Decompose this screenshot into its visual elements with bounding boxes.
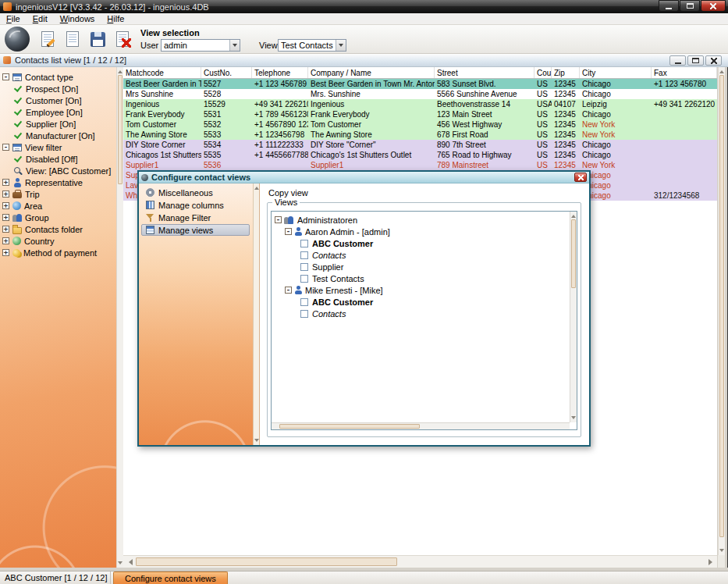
table-row[interactable]: DIY Store Corner 5534 +1 111222333 DIY S… <box>123 140 717 150</box>
views-tree-row[interactable]: ABC Customer <box>274 296 567 308</box>
tree-expander-icon[interactable]: + <box>2 202 9 209</box>
titlebar[interactable]: ingeniousV12 [V3.3.42 - 26.03.12] - inge… <box>0 0 728 13</box>
scroll-left-icon[interactable] <box>123 556 134 568</box>
scroll-down-icon[interactable] <box>254 437 259 445</box>
table-vertical-scrollbar[interactable] <box>718 67 725 555</box>
table-horizontal-scrollbar[interactable] <box>123 555 717 568</box>
views-tree-row[interactable]: ABC Customer <box>274 237 567 249</box>
scrollbar-thumb[interactable] <box>136 557 397 566</box>
tree-expander-icon[interactable]: - <box>285 287 292 294</box>
menu-windows[interactable]: Windows <box>54 13 101 24</box>
table-row[interactable]: Mrs Sunshine 5528 Mrs. Sunshine 5566 Sun… <box>123 89 717 99</box>
column-header-custno[interactable]: CustNo. <box>201 67 252 78</box>
scroll-up-icon[interactable] <box>719 67 725 75</box>
column-header-company[interactable]: Company / Name <box>308 67 435 78</box>
views-tree-row[interactable]: - Administratoren <box>274 214 567 226</box>
views-tree-row[interactable]: - Aaron Admin - [admin] <box>274 226 567 237</box>
sidebar-tree-item[interactable]: + Area <box>0 200 116 212</box>
scrollbar-thumb[interactable] <box>571 219 576 288</box>
sidebar-tree-item[interactable]: + Group <box>0 212 116 223</box>
menu-edit[interactable]: Edit <box>27 13 54 24</box>
blank-record-button[interactable] <box>62 27 83 51</box>
menu-manage-filter[interactable]: Manage Filter <box>141 212 250 223</box>
task-tab-configure-views[interactable]: Configure contact views <box>113 572 228 584</box>
tree-expander-icon[interactable]: + <box>2 214 9 221</box>
column-header-country[interactable]: Coun <box>534 67 552 78</box>
scrollbar-thumb[interactable] <box>719 75 724 537</box>
sidebar-tree-item[interactable]: Disabled [Off] <box>0 153 116 165</box>
table-row[interactable]: Chicagos 1st Shutters Outlet 5535 +1 445… <box>123 150 717 160</box>
dialog-close-button[interactable] <box>574 173 587 182</box>
minimize-button[interactable] <box>659 0 679 12</box>
new-record-button[interactable] <box>37 27 58 51</box>
maximize-button[interactable] <box>680 0 700 12</box>
scrollbar-thumb[interactable] <box>118 75 123 184</box>
views-tree-row[interactable]: - Mike Ernesti - [Mike] <box>274 284 567 296</box>
menu-miscellaneous[interactable]: Miscellaneous <box>141 187 250 198</box>
scroll-up-icon[interactable] <box>117 67 123 75</box>
tree-expander-icon[interactable]: + <box>2 191 9 198</box>
tree-expander-icon[interactable]: + <box>2 226 9 233</box>
sidebar-tree-item[interactable]: Customer [On] <box>0 94 116 106</box>
sidebar-tree-item[interactable]: Supplier [On] <box>0 118 116 130</box>
view-checkbox[interactable] <box>300 298 308 306</box>
sidebar-tree-item[interactable]: + Contacts folder <box>0 223 116 235</box>
view-checkbox[interactable] <box>300 251 308 259</box>
column-header-zip[interactable]: Zip <box>552 67 580 78</box>
column-header-city[interactable]: City <box>580 67 652 78</box>
sidebar-tree-item[interactable]: + Representative <box>0 176 116 188</box>
menu-file[interactable]: File <box>0 13 27 24</box>
column-header-street[interactable]: Street <box>435 67 534 78</box>
table-row[interactable]: Frank Everybody 5531 +1 789 4561230 Fran… <box>123 109 717 119</box>
close-button[interactable] <box>701 0 726 12</box>
table-row[interactable]: Tom Customer 5532 +1 4567890 123 Tom Cus… <box>123 119 717 130</box>
dialog-titlebar[interactable]: Configure contact views <box>139 172 589 183</box>
views-vertical-scrollbar[interactable] <box>570 212 577 422</box>
scroll-down-icon[interactable] <box>570 415 577 422</box>
menu-manage-columns[interactable]: Manage columns <box>141 199 250 211</box>
sidebar-tree-item[interactable]: Employee [On] <box>0 106 116 118</box>
child-close-button[interactable] <box>705 55 722 66</box>
delete-button[interactable] <box>112 27 133 51</box>
menu-hilfe[interactable]: Hilfe <box>101 13 130 24</box>
sidebar-tree-item[interactable]: - View filter <box>0 141 116 153</box>
view-checkbox[interactable] <box>300 240 308 247</box>
views-tree-row[interactable]: Contacts <box>274 308 567 319</box>
column-header-telephone[interactable]: Telephone <box>252 67 308 78</box>
view-dropdown[interactable]: Test Contacts <box>278 39 346 52</box>
sidebar-tree-item[interactable]: View: [ABC Customer] <box>0 165 116 176</box>
scroll-up-icon[interactable] <box>570 212 577 219</box>
sidebar-scrollbar[interactable] <box>116 67 123 568</box>
sidebar-tree-item[interactable]: + Method of payment <box>0 247 116 258</box>
views-horizontal-scrollbar[interactable] <box>272 422 570 429</box>
table-row[interactable]: Supplier1 5536 Supplier1 789 Mainstreet … <box>123 160 717 170</box>
sidebar-tree-item[interactable]: - Contact type <box>0 71 116 83</box>
table-row[interactable]: Best Beer Garden in TownM 5527 +1 123 45… <box>123 79 717 89</box>
view-checkbox[interactable] <box>300 263 308 271</box>
dialog-menu-scrollbar[interactable] <box>253 183 259 445</box>
sidebar-tree-item[interactable]: + Country <box>0 235 116 247</box>
menu-manage-views[interactable]: Manage views <box>141 224 250 236</box>
child-minimize-button[interactable] <box>669 55 686 66</box>
views-tree-row[interactable]: Supplier <box>274 261 567 272</box>
sidebar-tree-item[interactable]: Prospect [On] <box>0 83 116 94</box>
tree-expander-icon[interactable]: - <box>275 216 282 223</box>
table-row[interactable]: The Awning Store 5533 +1 123456798 The A… <box>123 130 717 140</box>
tree-expander-icon[interactable]: + <box>2 179 9 186</box>
scroll-down-icon[interactable] <box>117 560 123 568</box>
save-button[interactable] <box>87 27 108 51</box>
view-checkbox[interactable] <box>300 275 308 283</box>
scroll-down-icon[interactable] <box>719 547 725 555</box>
child-restore-button[interactable] <box>687 55 704 66</box>
sidebar-tree-item[interactable]: Manufacturer [On] <box>0 130 116 141</box>
view-checkbox[interactable] <box>300 310 308 318</box>
tree-expander-icon[interactable]: + <box>2 249 9 256</box>
views-tree-row[interactable]: Contacts <box>274 249 567 261</box>
tree-expander-icon[interactable]: - <box>285 228 292 235</box>
tree-expander-icon[interactable]: - <box>2 144 9 151</box>
sidebar-tree-item[interactable]: + Trip <box>0 188 116 200</box>
contacts-window-titlebar[interactable]: Contacts list view [1 / 12 / 12] <box>0 54 728 67</box>
user-dropdown[interactable]: admin <box>161 39 240 52</box>
views-tree-row[interactable]: Test Contacts <box>274 272 567 284</box>
tree-expander-icon[interactable]: - <box>2 73 9 80</box>
